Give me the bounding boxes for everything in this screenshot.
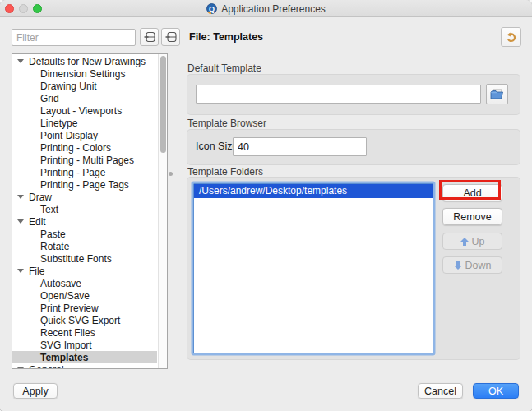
- tree-item-label: File: [29, 266, 44, 277]
- splitter-handle[interactable]: [169, 172, 173, 176]
- tree-item-printing-multi-pages[interactable]: Printing - Multi Pages: [12, 154, 157, 166]
- template-browser-section-label: Template Browser: [187, 118, 266, 129]
- tree-item-label: Printing - Multi Pages: [40, 155, 134, 166]
- filter-input[interactable]: [12, 29, 136, 46]
- add-folder-button[interactable]: Add: [442, 184, 502, 201]
- tree-item-defaults-for-new-drawings[interactable]: Defaults for New Drawings: [12, 55, 157, 67]
- tree-item-label: Print Preview: [40, 302, 99, 314]
- tree-item-drawing-unit[interactable]: Drawing Unit: [12, 80, 157, 92]
- page-title: File: Templates: [189, 31, 263, 43]
- disclosure-triangle-icon[interactable]: [17, 269, 24, 273]
- default-template-path-input[interactable]: [196, 85, 481, 104]
- disclosure-triangle-icon[interactable]: [17, 59, 24, 63]
- ok-button[interactable]: OK: [473, 383, 519, 399]
- tree-item-edit[interactable]: Edit: [12, 215, 157, 228]
- app-logo-icon: Q: [206, 3, 217, 14]
- tree-item-label: Draw: [29, 192, 52, 203]
- tree-item-substitute-fonts[interactable]: Substitute Fonts: [12, 252, 157, 265]
- tree-item-label: Point Display: [40, 130, 98, 141]
- tree-item-paste[interactable]: Paste: [12, 228, 157, 240]
- tree-item-label: Recent Files: [40, 327, 95, 339]
- tree-item-open-save[interactable]: Open/Save: [12, 289, 157, 302]
- tree-item-label: Drawing Unit: [40, 81, 97, 92]
- tree-item-label: Dimension Settings: [40, 68, 125, 80]
- disclosure-triangle-icon[interactable]: [17, 195, 24, 199]
- tree-item-label: Open/Save: [40, 290, 90, 302]
- icon-size-input[interactable]: [233, 137, 367, 156]
- titlebar[interactable]: Q Application Preferences: [0, 0, 532, 17]
- tree-item-templates[interactable]: Templates: [12, 351, 157, 363]
- tree-item-print-preview[interactable]: Print Preview: [12, 302, 157, 314]
- open-folder-icon: [490, 89, 504, 99]
- tree-item-label: Rotate: [40, 241, 69, 252]
- tree-item-linetype[interactable]: Linetype: [12, 117, 157, 129]
- apply-button[interactable]: Apply: [13, 383, 58, 399]
- tree-item-file[interactable]: File: [12, 265, 157, 277]
- tree-scrollbar-thumb[interactable]: [160, 56, 166, 153]
- tree-item-dimension-settings[interactable]: Dimension Settings: [12, 67, 157, 80]
- tree-item-label: General: [29, 364, 64, 370]
- collapse-all-icon: [165, 32, 177, 42]
- svg-text:Q: Q: [209, 5, 215, 13]
- tree-item-label: Paste: [40, 229, 66, 240]
- disclosure-triangle-icon[interactable]: [17, 219, 24, 224]
- application-preferences-window: Q Application Preferences File: Templa: [0, 0, 532, 411]
- tree-item-label: Edit: [29, 216, 46, 228]
- template-folder-row[interactable]: /Users/andrew/Desktop/templates: [194, 184, 433, 198]
- tree-item-label: Linetype: [40, 118, 77, 129]
- window-title: Application Preferences: [221, 3, 326, 15]
- move-up-button[interactable]: Up: [442, 233, 502, 250]
- tree-item-printing-page[interactable]: Printing - Page: [12, 166, 157, 178]
- move-down-button[interactable]: Down: [442, 256, 502, 274]
- tree-item-quick-svg-export[interactable]: Quick SVG Export: [12, 314, 157, 326]
- tree-scrollbar[interactable]: [158, 54, 167, 368]
- default-template-section-label: Default Template: [187, 62, 261, 74]
- browse-template-button[interactable]: [486, 84, 508, 104]
- tree-item-svg-import[interactable]: SVG Import: [12, 339, 157, 351]
- tree-item-label: Text: [40, 204, 58, 215]
- disclosure-triangle-icon[interactable]: [17, 367, 24, 369]
- reset-undo-icon: [506, 32, 516, 43]
- tree-item-text[interactable]: Text: [12, 203, 157, 215]
- tree-item-label: Grid: [40, 93, 59, 104]
- tree-item-label: Templates: [40, 352, 88, 363]
- cancel-button[interactable]: Cancel: [418, 383, 463, 399]
- tree-item-label: Layout - Viewports: [40, 105, 122, 117]
- expand-all-button[interactable]: [140, 28, 159, 46]
- tree-item-grid[interactable]: Grid: [12, 92, 157, 104]
- preferences-tree[interactable]: Defaults for New DrawingsDimension Setti…: [12, 53, 168, 369]
- tree-item-label: SVG Import: [40, 339, 92, 351]
- template-folders-section-label: Template Folders: [187, 166, 263, 178]
- tree-item-autosave[interactable]: Autosave: [12, 277, 157, 289]
- tree-item-label: Substitute Fonts: [40, 253, 112, 265]
- tree-item-label: Printing - Colors: [40, 142, 111, 154]
- tree-item-point-display[interactable]: Point Display: [12, 129, 157, 141]
- expand-all-icon: [144, 32, 155, 42]
- reset-to-defaults-button[interactable]: [501, 27, 521, 47]
- tree-item-printing-colors[interactable]: Printing - Colors: [12, 141, 157, 154]
- tree-item-rotate[interactable]: Rotate: [12, 240, 157, 252]
- tree-item-recent-files[interactable]: Recent Files: [12, 326, 157, 339]
- move-up-label: Up: [472, 236, 485, 247]
- tree-item-layout-viewports[interactable]: Layout - Viewports: [12, 104, 157, 117]
- collapse-all-button[interactable]: [161, 28, 180, 46]
- tree-item-general[interactable]: General: [12, 363, 157, 369]
- tree-item-label: Autosave: [40, 278, 81, 289]
- remove-folder-button[interactable]: Remove: [442, 208, 502, 225]
- down-arrow-icon: [454, 261, 462, 270]
- up-arrow-icon: [460, 238, 469, 246]
- tree-item-label: Printing - Page Tags: [40, 179, 129, 191]
- tree-item-label: Printing - Page: [40, 167, 105, 178]
- template-folders-list[interactable]: /Users/andrew/Desktop/templates: [193, 183, 433, 353]
- tree-item-label: Quick SVG Export: [40, 315, 120, 326]
- tree-item-draw[interactable]: Draw: [12, 191, 157, 203]
- tree-item-label: Defaults for New Drawings: [29, 56, 146, 67]
- tree-item-printing-page-tags[interactable]: Printing - Page Tags: [12, 178, 157, 191]
- move-down-label: Down: [465, 260, 492, 271]
